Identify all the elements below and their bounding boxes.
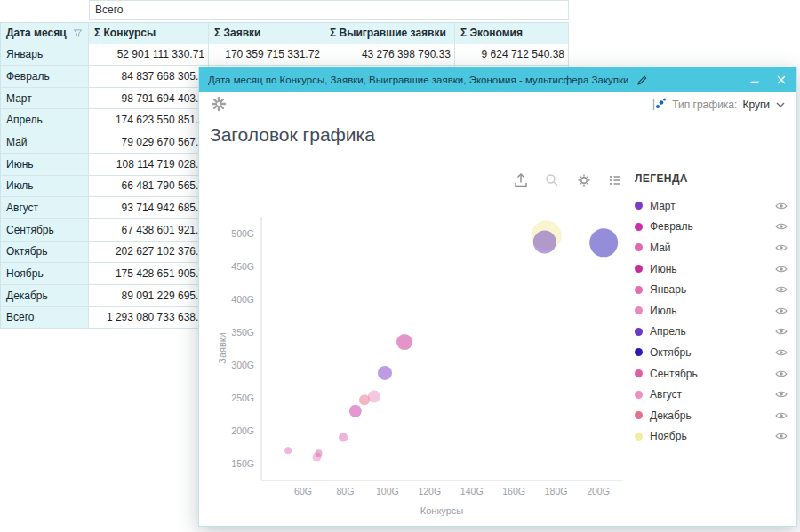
bubble-Август[interactable] <box>368 391 380 403</box>
value-cell[interactable]: 174 623 550 851.7 <box>89 109 209 131</box>
bubble-Февраль[interactable] <box>349 405 362 417</box>
column-header[interactable]: Σ Выигравшие заявки <box>324 22 455 44</box>
value-cell[interactable]: 93 714 942 685.7 <box>89 197 209 219</box>
legend-item[interactable]: Декабрь <box>635 405 789 426</box>
legend-item-label: Май <box>650 242 671 254</box>
legend-toggle-icon[interactable] <box>606 171 624 189</box>
corner-cell <box>0 0 89 20</box>
svg-text:250G: 250G <box>231 393 254 403</box>
value-cell[interactable]: 79 029 670 567.2 <box>89 131 209 154</box>
legend-item[interactable]: Сентябрь <box>635 363 789 385</box>
legend-color-dot <box>635 202 643 210</box>
value-cell[interactable]: 52 901 111 330.71 <box>89 44 209 66</box>
column-header[interactable]: Σ Заявки <box>209 22 324 44</box>
legend-item[interactable]: Май <box>635 237 789 258</box>
visibility-eye-icon[interactable] <box>775 327 788 336</box>
bubble-Май[interactable] <box>339 433 348 441</box>
row-label[interactable]: Всего <box>0 307 89 330</box>
row-label[interactable]: Декабрь <box>0 285 89 307</box>
value-cell[interactable]: 89 091 229 695.9 <box>89 285 209 307</box>
bubble-Март[interactable] <box>378 366 392 380</box>
row-label[interactable]: Октябрь <box>0 242 89 264</box>
legend-item[interactable]: Август <box>635 384 789 405</box>
visibility-eye-icon[interactable] <box>775 243 788 252</box>
sphere-settings-icon[interactable] <box>211 96 227 112</box>
value-cell[interactable]: 108 114 719 028.9 <box>89 154 209 176</box>
visibility-eye-icon[interactable] <box>775 202 788 210</box>
bubble-Январь[interactable] <box>284 447 292 454</box>
value-cell[interactable]: 43 276 398 790.33 <box>324 44 455 66</box>
export-icon[interactable] <box>512 171 530 189</box>
edit-icon[interactable] <box>636 75 648 86</box>
svg-text:160G: 160G <box>502 486 525 496</box>
row-label[interactable]: Январь <box>0 44 89 66</box>
close-button[interactable] <box>775 74 788 86</box>
legend-item-label: Февраль <box>650 220 693 233</box>
value-cell[interactable]: 84 837 668 305.5 <box>89 66 209 88</box>
visibility-eye-icon[interactable] <box>775 369 788 378</box>
legend-item[interactable]: Октябрь <box>635 342 789 363</box>
legend-item[interactable]: Июнь <box>635 258 789 280</box>
row-label[interactable]: Июнь <box>0 154 89 176</box>
bubble-Апрель[interactable] <box>533 231 556 254</box>
visibility-eye-icon[interactable] <box>775 432 788 441</box>
column-header[interactable]: Σ Экономия <box>455 22 569 44</box>
svg-text:300G: 300G <box>231 360 254 370</box>
filter-icon[interactable] <box>73 28 83 38</box>
svg-text:200G: 200G <box>587 486 610 496</box>
settings-gear-icon[interactable] <box>575 171 593 189</box>
visibility-eye-icon[interactable] <box>775 222 788 231</box>
legend-item[interactable]: Июль <box>635 300 789 322</box>
row-label[interactable]: Март <box>0 88 89 110</box>
value-cell[interactable]: 170 359 715 331.72 <box>209 44 324 66</box>
column-header[interactable]: Дата месяц <box>0 22 89 44</box>
visibility-eye-icon[interactable] <box>775 411 788 420</box>
svg-text:60G: 60G <box>294 486 312 496</box>
bubble-Октябрь[interactable] <box>589 228 618 257</box>
visibility-eye-icon[interactable] <box>775 265 788 274</box>
visibility-eye-icon[interactable] <box>775 390 788 399</box>
column-header[interactable]: Σ Конкурсы <box>89 22 209 44</box>
bubble-Июль[interactable] <box>312 453 321 462</box>
value-cell[interactable]: 98 791 694 403.8 <box>89 88 209 110</box>
chart-type-label: Тип графика: <box>672 99 737 111</box>
legend-item[interactable]: Ноябрь <box>635 426 789 448</box>
bubble-Сентябрь[interactable] <box>316 449 323 457</box>
legend-color-dot <box>635 411 643 419</box>
row-label[interactable]: Июль <box>0 176 89 198</box>
legend-color-dot <box>635 306 643 314</box>
value-cell[interactable]: 202 627 102 376.3 <box>89 242 209 264</box>
chevron-down-icon <box>775 101 786 108</box>
value-cell[interactable]: 66 481 790 565.4 <box>89 176 209 198</box>
visibility-eye-icon[interactable] <box>775 306 788 315</box>
column-header-label: Дата месяц <box>6 27 67 39</box>
column-header-label: Σ Экономия <box>460 27 523 39</box>
svg-text:120G: 120G <box>418 486 441 496</box>
chart-type-select[interactable]: Тип графика: Круги <box>652 97 786 112</box>
row-label[interactable]: Февраль <box>0 66 89 88</box>
legend-item[interactable]: Январь <box>635 279 789 300</box>
bubble-Ноябрь[interactable] <box>532 220 562 250</box>
row-label[interactable]: Ноябрь <box>0 263 89 285</box>
legend-item-label: Январь <box>650 283 686 296</box>
visibility-eye-icon[interactable] <box>775 348 788 357</box>
visibility-eye-icon[interactable] <box>775 285 788 294</box>
zoom-icon[interactable] <box>543 171 561 189</box>
dialog-titlebar[interactable]: Дата месяц по Конкурсы, Заявки, Выигравш… <box>199 67 796 92</box>
legend-item[interactable]: Февраль <box>635 217 789 238</box>
value-cell[interactable]: 9 624 712 540.38 <box>455 44 569 66</box>
minimize-button[interactable] <box>748 74 761 86</box>
legend-item[interactable]: Март <box>635 195 789 217</box>
legend-item-label: Июль <box>650 305 677 317</box>
row-label[interactable]: Апрель <box>0 109 89 131</box>
value-cell[interactable]: 1 293 080 733 638.0 <box>89 307 209 330</box>
bubble-Июнь[interactable] <box>396 334 412 350</box>
bubble-Декабрь[interactable] <box>359 394 370 405</box>
row-label[interactable]: Сентябрь <box>0 219 89 242</box>
value-cell[interactable]: 175 428 651 905.3 <box>89 263 209 285</box>
svg-text:Заявки: Заявки <box>217 332 228 364</box>
row-label[interactable]: Август <box>0 197 89 219</box>
legend-item[interactable]: Апрель <box>635 322 789 343</box>
row-label[interactable]: Май <box>0 131 89 154</box>
value-cell[interactable]: 67 438 601 921.1 <box>89 219 209 242</box>
